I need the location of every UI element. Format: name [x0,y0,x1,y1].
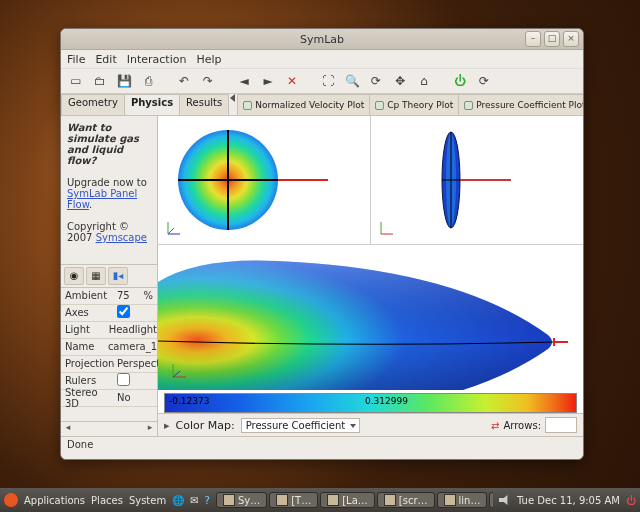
tab-scroll-left-icon[interactable] [230,94,235,102]
open-icon[interactable]: 🗀 [89,70,111,92]
scale-min: -0.12373 [169,396,209,406]
tab-results[interactable]: Results [179,94,229,115]
camera-mode-strip: ◉ ▦ ▮◂ [61,264,157,287]
menubar: File Edit Interaction Help [61,50,583,68]
rulers-checkbox[interactable] [117,373,130,386]
plot-icon [243,101,252,110]
task-button[interactable]: in… [489,492,493,508]
doc-tab-cp-theory[interactable]: Cp Theory Plot [369,94,459,115]
promo-headline: Want to simulate gas and liquid flow? [67,122,139,166]
applications-menu[interactable]: Applications [24,495,85,506]
refresh-icon[interactable]: ⟳ [473,70,495,92]
ambient-value[interactable]: 75 [117,290,130,301]
clock[interactable]: Tue Dec 11, 9:05 AM [517,495,620,506]
home-icon[interactable]: ⌂ [413,70,435,92]
undo-icon[interactable]: ↶ [173,70,195,92]
app-window: SymLab – □ × File Edit Interaction Help … [60,28,584,460]
color-scale: -0.12373 0.312999 [164,393,577,413]
plot-icon [375,101,384,110]
camera-globe-icon[interactable]: ◉ [64,267,84,285]
shutdown-icon[interactable]: ⏻ [626,495,636,506]
camera-cube-icon[interactable]: ▦ [86,267,106,285]
scroll-left-icon[interactable]: ◂ [61,422,75,436]
menu-edit[interactable]: Edit [95,53,116,66]
task-button[interactable]: [La… [320,492,375,508]
tab-geometry[interactable]: Geometry [61,94,125,115]
pointer-icon[interactable]: ▸ [164,419,170,432]
task-button[interactable]: Sy… [216,492,267,508]
stereo-value[interactable]: No [113,392,157,403]
toolbar: ▭ 🗀 💾 ⎙ ↶ ↷ ◄ ► ✕ ⛶ 🔍 ⟳ ✥ ⌂ ⏻ ⟳ [61,68,583,94]
save-icon[interactable]: 💾 [113,70,135,92]
new-icon[interactable]: ▭ [65,70,87,92]
zoom-fit-icon[interactable]: ⛶ [317,70,339,92]
doc-tab-velocity[interactable]: Normalized Velocity Plot [237,94,370,115]
power-icon[interactable]: ⏻ [449,70,471,92]
volume-icon[interactable] [499,495,511,505]
promo-panel: Want to simulate gas and liquid flow? Up… [61,116,157,249]
scroll-right-icon[interactable]: ▸ [143,422,157,436]
company-link[interactable]: Symscape [96,232,147,243]
maximize-button[interactable]: □ [544,31,560,47]
window-title: SymLab [61,33,583,46]
view-side[interactable] [370,116,583,244]
plot-icon [464,101,473,110]
arrows-select[interactable] [545,417,577,433]
ubuntu-logo-icon[interactable] [4,493,18,507]
menu-file[interactable]: File [67,53,85,66]
colormap-row: ▸ Color Map: Pressure Coefficient ⇄ Arro… [158,413,583,436]
nav-back-icon[interactable]: ◄ [233,70,255,92]
titlebar[interactable]: SymLab – □ × [61,29,583,50]
arrows-label: Arrows: [503,420,541,431]
task-button[interactable]: [scr… [377,492,435,508]
axis-gizmo-icon [164,220,182,238]
camera-properties: Ambient75 % Axes LightHeadlight Namecame… [61,287,157,407]
upgrade-link[interactable]: SymLab Panel Flow [67,188,137,210]
browser-icon[interactable]: 🌐 [172,495,184,506]
system-menu[interactable]: System [129,495,166,506]
axis-gizmo-icon [377,220,395,238]
task-button[interactable]: lin… [437,492,488,508]
sidebar: Want to simulate gas and liquid flow? Up… [61,116,158,436]
camera-name-value[interactable]: camera_1 [104,341,157,352]
rotate-icon[interactable]: ⟳ [365,70,387,92]
light-value[interactable]: Headlight [105,324,157,335]
mail-icon[interactable]: ✉ [190,495,198,506]
camera-video-icon[interactable]: ▮◂ [108,267,128,285]
help-icon[interactable]: ? [205,495,210,506]
arrows-icon: ⇄ [491,420,499,431]
view-front[interactable] [158,116,370,244]
close-button[interactable]: × [563,31,579,47]
svg-line-2 [168,228,174,234]
taskbar: Applications Places System 🌐 ✉ ? Sy… [T…… [0,488,640,512]
cancel-icon[interactable]: ✕ [281,70,303,92]
menu-interaction[interactable]: Interaction [127,53,187,66]
nav-fwd-icon[interactable]: ► [257,70,279,92]
status-bar: Done [61,436,583,459]
svg-line-14 [173,371,180,377]
axis-gizmo-icon [168,362,188,382]
doc-tab-cp[interactable]: Pressure Coefficient Plot [458,94,583,115]
axes-checkbox[interactable] [117,305,130,318]
places-menu[interactable]: Places [91,495,123,506]
sidebar-footer: ◂ ▸ [61,421,157,436]
colormap-label: Color Map: [176,419,235,432]
print-icon[interactable]: ⎙ [137,70,159,92]
task-button[interactable]: [T… [269,492,318,508]
view-perspective[interactable] [158,245,583,390]
scale-mid: 0.312999 [365,396,408,406]
pan-icon[interactable]: ✥ [389,70,411,92]
task-list: Sy… [T… [La… [scr… lin… in… [216,492,493,508]
tab-strip: Geometry Physics Results Normalized Velo… [61,94,583,116]
zoom-in-icon[interactable]: 🔍 [341,70,363,92]
minimize-button[interactable]: – [525,31,541,47]
tab-physics[interactable]: Physics [124,94,180,115]
main-view: -0.12373 0.312999 ▸ Color Map: Pressure … [158,116,583,436]
menu-help[interactable]: Help [196,53,221,66]
colormap-select[interactable]: Pressure Coefficient [241,418,361,433]
system-tray: Tue Dec 11, 9:05 AM ⏻ [499,495,636,506]
redo-icon[interactable]: ↷ [197,70,219,92]
